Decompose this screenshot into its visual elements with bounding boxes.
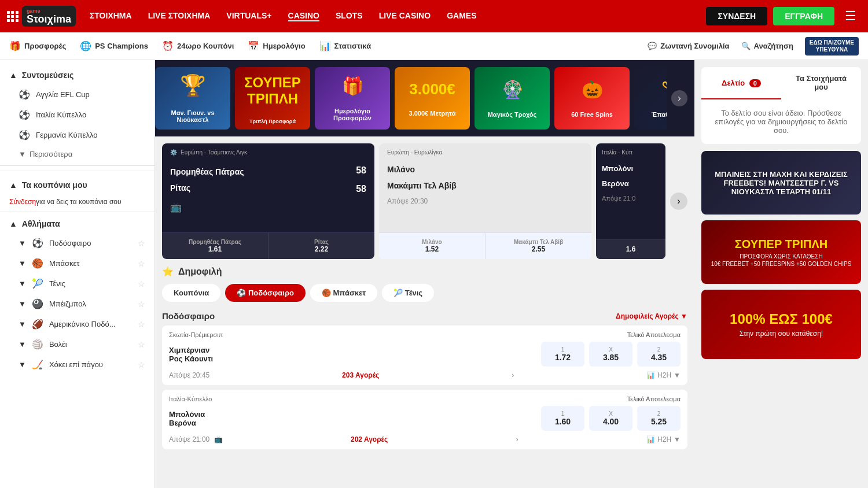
tab-tennis[interactable]: 🎾 Τένις — [382, 284, 434, 302]
h2h-chevron-icon: ▼ — [674, 371, 681, 379]
banner-card-2[interactable]: ΣΟΥΠΕΡ ΤΡΙΠΛΗ Τριπλή Προσφορά — [235, 67, 310, 130]
banner-card-6[interactable]: 🎃 60 Free Spins — [554, 67, 630, 130]
banner-card-3[interactable]: 🎁 Ημερολόγιο Προσφορών — [315, 67, 390, 130]
match-3-odd1-button[interactable]: 1.6 — [596, 239, 665, 259]
tab-coupons[interactable]: Κουπόνια — [162, 284, 220, 302]
star-icon-7[interactable]: ☆ — [138, 360, 145, 369]
search-button[interactable]: 🔍 Αναζήτηση — [741, 42, 793, 50]
match-1-odd1-button[interactable]: Προμηθέας Πάτρας 1.61 — [162, 232, 268, 259]
sidebar-item-basketball[interactable]: ▼ 🏀 Μπάσκετ ☆ — [0, 253, 155, 273]
match-2-odd2-button[interactable]: Μακάμπι Τελ Αβίβ 2.55 — [485, 232, 591, 259]
match-row-2-markets-link[interactable]: 202 Αγορές — [351, 435, 388, 443]
nav-casino[interactable]: CASINO — [288, 11, 319, 21]
match-row-2-odd1[interactable]: 1 1.60 — [541, 406, 584, 431]
grid-menu-icon[interactable] — [7, 11, 19, 22]
promo-banner-2[interactable]: ΣΟΥΠΕΡ ΤΡΙΠΛΗ ΠΡΟΣΦΟΡΑ ΧΩΡΙΣ ΚΑΤΑΘΕΣΗ 10… — [701, 220, 861, 284]
match-2-odd2-label: Μακάμπι Τελ Αβίβ — [490, 239, 587, 245]
hockey-icon: 🏒 — [32, 359, 43, 370]
basketball-tab-icon: 🏀 — [322, 289, 331, 297]
promo-2-subtitle: ΠΡΟΣΦΟΡΑ ΧΩΡΙΣ ΚΑΤΑΘΕΣΗ — [711, 253, 852, 260]
star-icon-2[interactable]: ☆ — [138, 259, 145, 268]
match-1-odd2-button[interactable]: Ρίτας 2.22 — [268, 232, 374, 259]
nav-slots[interactable]: SLOTS — [336, 11, 363, 21]
match-row-1-oddx-value: 3.85 — [598, 353, 623, 362]
nav-calendar[interactable]: 📅 Ημερολόγιο — [248, 40, 305, 51]
tab-football[interactable]: ⚽ Ποδόσφαιρο — [225, 284, 306, 302]
match-row-1-markets-link[interactable]: 203 Αγορές — [342, 371, 379, 379]
sidebar-item-american-football[interactable]: ▼ 🏈 Αμερικάνικο Ποδό... ☆ — [0, 314, 155, 334]
match-row-2-header: Ιταλία-Κύπελλο Τελικό Αποτελεσμα — [169, 395, 681, 402]
match-row-1-h2h-button[interactable]: 📊 H2H ▼ — [646, 371, 681, 379]
sidebar-item-england-cup[interactable]: ⚽ Αγγλία EFL Cup — [0, 84, 155, 105]
banner-card-4[interactable]: 3.000€ 3.000€ Μετρητά — [395, 67, 470, 130]
banner-card-5[interactable]: 🎡 Μαγικός Τροχός — [475, 67, 550, 130]
match-row-1-odd1[interactable]: 1 1.72 — [541, 342, 584, 367]
nav-stoixima[interactable]: ΣΤΟΙΧΗΜΑ — [90, 11, 132, 21]
betslip-tab-2[interactable]: Τα Στοιχήματά μου — [781, 67, 861, 99]
banner-card-1[interactable]: 🏆 Μαν. Γιουν. vs Νιούκαστλ — [155, 67, 230, 130]
match-row-1-odd2[interactable]: 2 4.35 — [637, 342, 681, 367]
matches-section: ⚙️ Ευρώπη - Τσάμπιονς Λιγκ Προμηθέας Πάτ… — [155, 136, 694, 266]
login-button[interactable]: ΣΥΝΔΕΣΗ — [706, 7, 767, 25]
match-row-2-h2h-button[interactable]: 📊 H2H ▼ — [646, 435, 681, 443]
star-icon-5[interactable]: ☆ — [138, 320, 145, 329]
match-row-2-odd2[interactable]: 2 5.25 — [637, 406, 681, 431]
matches-next-button[interactable]: › — [670, 193, 687, 210]
match-row-1-time: Απόψε 20:45 — [169, 371, 209, 379]
coupon-login-link[interactable]: Σύνδεση — [9, 198, 36, 206]
match-row-1-oddx[interactable]: Χ 3.85 — [589, 342, 632, 367]
sidebar-item-football[interactable]: ▼ ⚽ Ποδόσφαιρο ☆ — [0, 233, 155, 253]
star-icon-4[interactable]: ☆ — [138, 300, 145, 309]
arrow-up-icon-2: ▲ — [9, 180, 17, 190]
hamburger-icon[interactable]: ☰ — [840, 6, 861, 26]
promo-3-subtitle: Στην πρώτη σου κατάθεση! — [730, 330, 833, 338]
match-1-odd1-value: 1.61 — [208, 245, 222, 253]
sidebar-more-button[interactable]: ▼ Περισσότερα — [0, 145, 155, 163]
sidebar-item-volleyball[interactable]: ▼ 🏐 Βολέι ☆ — [0, 334, 155, 354]
star-icon[interactable]: ☆ — [138, 239, 145, 248]
match-1-odd2-label: Ρίτας — [273, 239, 370, 245]
sidebar-item-germany-cup[interactable]: ⚽ Γερμανία Κύπελλο — [0, 125, 155, 145]
match-row-2-time: Απόψε 21:00 📺 — [169, 435, 223, 443]
sports-header[interactable]: ▲ Αθλήματα — [0, 215, 155, 233]
nav-live-stoixima[interactable]: LIVE ΣΤΟΙΧΗΜΑ — [148, 11, 211, 21]
betslip-tab-1[interactable]: Δελτίο 0 — [701, 67, 781, 99]
popular-markets-button[interactable]: Δημοφιλείς Αγορές ▼ — [616, 312, 687, 320]
sidebar-item-baseball[interactable]: ▼ 🎱 Μπέιζμπολ ☆ — [0, 294, 155, 314]
shortcuts-header[interactable]: ▲ Συντομεύσεις — [0, 66, 155, 84]
match-row-2-teams: Μπολόνια Βερόνα — [169, 410, 536, 427]
tab-basketball[interactable]: 🏀 Μπάσκετ — [310, 284, 377, 302]
star-icon-6[interactable]: ☆ — [138, 340, 145, 349]
volleyball-icon: 🏐 — [32, 339, 43, 350]
match-2-odd1-button[interactable]: Μιλάνο 1.52 — [379, 232, 485, 259]
match-row-1-team2: Ρος Κάουντι — [169, 354, 536, 363]
promo-banner-1[interactable]: ΜΠΑΙΝΕΙΣ ΣΤΗ ΜΑΧΗ ΚΑΙ ΚΕΡΔΙΖΕΙΣ FREEBETS… — [701, 151, 861, 215]
star-icon-3[interactable]: ☆ — [138, 279, 145, 289]
banner-next-button[interactable]: › — [671, 90, 687, 106]
match-3-odds-row: 1.6 — [596, 239, 665, 259]
live-chat-button[interactable]: 💬 Ζωντανή Συνομιλία — [648, 42, 729, 50]
sidebar-item-italy-cup[interactable]: ⚽ Ιταλία Κύπελλο — [0, 105, 155, 125]
promo-banner-3[interactable]: 100% ΕΩΣ 100€ Στην πρώτη σου κατάθεση! — [701, 290, 861, 359]
nav-24h-coupon[interactable]: ⏰ 24ωρο Κουπόνι — [162, 40, 234, 51]
nav-games[interactable]: GAMES — [447, 11, 476, 21]
nav-virtuals[interactable]: VIRTUALS+ — [226, 11, 271, 21]
match-2-team2: Μακάμπι Τελ Αβίβ — [387, 178, 583, 194]
logo-box[interactable]: game Sτοιχima — [22, 6, 76, 27]
banner-card-7[interactable]: 🏆 Έπαθλο PS5! — [634, 67, 667, 130]
sidebar-item-hockey[interactable]: ▼ 🏒 Χόκει επί πάγου ☆ — [0, 354, 155, 375]
nav-ps-champions[interactable]: 🌐 PS Champions — [80, 40, 148, 51]
england-cup-icon: ⚽ — [19, 89, 30, 100]
nav-statistics[interactable]: 📊 Στατιστικά — [319, 40, 372, 51]
sidebar-item-tennis[interactable]: ▼ 🎾 Τένις ☆ — [0, 273, 155, 294]
register-button[interactable]: ΕΓΓΡΑΦΗ — [773, 7, 834, 25]
betslip-badge: 0 — [749, 79, 761, 87]
badge-line2: ΥΠΕΥΘΥΝΑ — [810, 46, 854, 53]
nav-offers[interactable]: 🎁 Προσφορές — [9, 40, 66, 51]
nav-live-casino[interactable]: LIVE CASINO — [379, 11, 431, 21]
arrow-down-icon-6: ▼ — [19, 320, 26, 328]
match-row-1-odd1-label: 1 — [550, 346, 575, 353]
match-row-2-oddx[interactable]: Χ 4.00 — [589, 406, 632, 431]
search-icon: 🔍 — [741, 42, 751, 50]
coupons-header[interactable]: ▲ Τα κουπόνια μου — [0, 176, 155, 194]
